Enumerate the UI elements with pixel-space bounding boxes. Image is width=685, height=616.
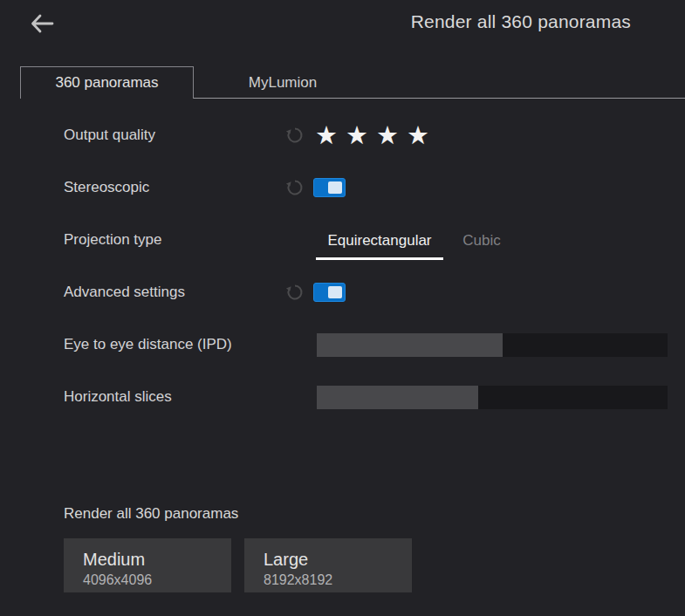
tab-spacer — [0, 66, 20, 99]
advanced-settings-toggle[interactable] — [313, 283, 346, 302]
segment-cubic[interactable]: Cubic — [443, 232, 520, 260]
arrow-left-icon — [30, 12, 54, 35]
setting-label: Horizontal slices — [64, 388, 285, 406]
setting-label: Stereoscopic — [64, 179, 285, 196]
tab-label: 360 panoramas — [55, 74, 158, 92]
advanced-settings-control — [285, 283, 346, 302]
reset-icon[interactable] — [285, 178, 305, 197]
segment-equirectangular[interactable]: Equirectangular — [316, 232, 443, 260]
render-section-heading: Render all 360 panoramas — [64, 505, 238, 523]
setting-label: Eye to eye distance (IPD) — [64, 336, 285, 353]
tab-bar-rest: MyLumion — [194, 66, 685, 99]
horizontal-slices-slider[interactable] — [317, 386, 668, 409]
setting-label: Output quality — [64, 127, 285, 144]
ipd-slider[interactable] — [317, 333, 668, 357]
row-output-quality: Output quality ★★★★ — [64, 109, 685, 161]
render-large-button[interactable]: Large 8192x8192 — [244, 538, 412, 592]
setting-label: Projection type — [64, 231, 285, 249]
setting-label: Advanced settings — [64, 284, 285, 301]
stereoscopic-control — [285, 178, 346, 197]
row-horizontal-slices: Horizontal slices — [64, 371, 685, 423]
reset-icon[interactable] — [285, 126, 305, 145]
row-ipd: Eye to eye distance (IPD) — [64, 318, 685, 371]
page-title: Render all 360 panoramas — [411, 11, 631, 32]
slider-fill — [317, 386, 478, 409]
toggle-knob — [328, 181, 342, 194]
render-medium-button[interactable]: Medium 4096x4096 — [64, 538, 231, 592]
render-panoramas-dialog: Render all 360 panoramas 360 panoramas M… — [0, 0, 685, 616]
render-size-buttons: Medium 4096x4096 Large 8192x8192 — [64, 538, 412, 592]
slider-fill — [317, 333, 503, 357]
output-quality-control: ★★★★ — [285, 123, 437, 148]
tab-360-panoramas[interactable]: 360 panoramas — [20, 66, 194, 99]
back-button[interactable] — [29, 12, 55, 37]
tab-bar: 360 panoramas MyLumion — [0, 66, 685, 99]
tab-label: MyLumion — [249, 74, 317, 92]
tab-mylumion[interactable]: MyLumion — [194, 66, 372, 99]
row-projection-type: Projection type Equirectangular Cubic — [64, 214, 685, 266]
row-advanced-settings: Advanced settings — [64, 266, 685, 318]
row-stereoscopic: Stereoscopic — [64, 161, 685, 214]
settings-panel: Output quality ★★★★ Stereoscopic — [64, 109, 685, 423]
size-name: Large — [264, 549, 412, 571]
star-rating[interactable]: ★★★★ — [315, 123, 437, 148]
size-resolution: 8192x8192 — [264, 571, 412, 589]
stereoscopic-toggle[interactable] — [313, 178, 346, 197]
reset-icon[interactable] — [285, 283, 305, 302]
projection-type-segmented: Equirectangular Cubic — [316, 232, 520, 260]
size-resolution: 4096x4096 — [83, 571, 231, 589]
toggle-knob — [328, 286, 342, 298]
size-name: Medium — [83, 549, 231, 571]
